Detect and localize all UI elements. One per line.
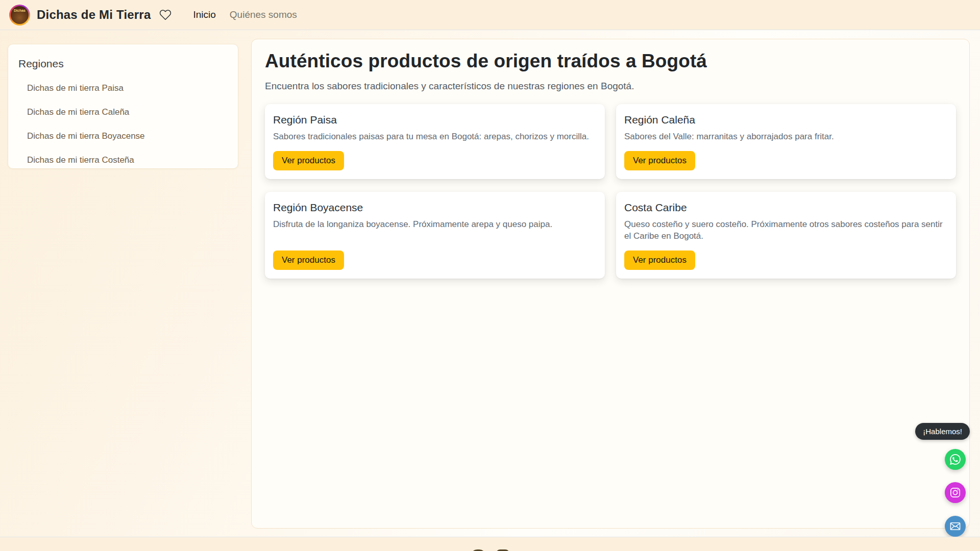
nav-link-inicio[interactable]: Inicio	[193, 9, 215, 20]
whatsapp-icon	[949, 453, 962, 466]
region-card-description: Sabores tradicionales paisas para tu mes…	[273, 131, 597, 143]
brand-title: Dichas de Mi Tierra	[37, 8, 151, 22]
sidebar-item-costena[interactable]: Dichas de mi tierra Costeña	[18, 155, 228, 165]
region-card-description: Sabores del Valle: marranitas y aborraja…	[624, 131, 948, 143]
region-card-title: Costa Caribe	[624, 202, 948, 214]
sidebar-item-calena[interactable]: Dichas de mi tierra Caleña	[18, 107, 228, 117]
sidebar-item-paisa[interactable]: Dichas de mi tierra Paisa	[18, 83, 228, 93]
header: Dichas Dichas de Mi Tierra Inicio Quiéne…	[0, 0, 980, 30]
footer	[0, 537, 980, 551]
instagram-icon	[949, 487, 961, 498]
region-card-boyacense: Región Boyacense Disfruta de la longaniz…	[265, 192, 605, 279]
nav-link-quienes-somos[interactable]: Quiénes somos	[230, 9, 297, 20]
ver-productos-paisa-button[interactable]: Ver productos	[273, 151, 344, 170]
region-card-calena: Región Caleña Sabores del Valle: marrani…	[616, 104, 956, 179]
spacer	[624, 242, 948, 251]
page-subtitle: Encuentra los sabores tradicionales y ca…	[265, 81, 956, 92]
brand-logo-text: Dichas	[14, 9, 26, 12]
instagram-button[interactable]	[945, 482, 966, 503]
region-cards-grid: Región Paisa Sabores tradicionales paisa…	[265, 104, 956, 279]
spacer	[273, 231, 597, 251]
brand-logo-image: Dichas	[11, 6, 29, 24]
region-card-title: Región Caleña	[624, 114, 948, 126]
whatsapp-button[interactable]	[945, 449, 966, 470]
main-panel: Auténticos productos de origen traídos a…	[251, 39, 970, 529]
brand-logo[interactable]: Dichas	[9, 5, 30, 26]
region-card-costa-caribe: Costa Caribe Queso costeño y suero coste…	[616, 192, 956, 279]
ver-productos-boyacense-button[interactable]: Ver productos	[273, 251, 344, 270]
sidebar-title: Regiones	[18, 58, 228, 70]
main-nav: Inicio Quiénes somos	[193, 9, 297, 20]
region-card-paisa: Región Paisa Sabores tradicionales paisa…	[265, 104, 605, 179]
page-title: Auténticos productos de origen traídos a…	[265, 51, 956, 72]
email-icon	[949, 520, 961, 532]
heart-icon[interactable]	[159, 9, 172, 21]
spacer	[273, 143, 597, 151]
ver-productos-costa-button[interactable]: Ver productos	[624, 251, 695, 270]
spacer	[624, 143, 948, 151]
ver-productos-calena-button[interactable]: Ver productos	[624, 151, 695, 170]
sidebar-item-boyacense[interactable]: Dichas de mi tierra Boyacense	[18, 131, 228, 141]
region-card-title: Región Boyacense	[273, 202, 597, 214]
region-card-title: Región Paisa	[273, 114, 597, 126]
region-card-description: Disfruta de la longaniza boyacense. Próx…	[273, 219, 597, 231]
region-card-description: Queso costeño y suero costeño. Próximame…	[624, 219, 948, 242]
hablemos-tooltip: ¡Hablemos!	[915, 423, 970, 440]
regions-sidebar: Regiones Dichas de mi tierra Paisa Dicha…	[8, 44, 238, 169]
email-button[interactable]	[945, 516, 966, 537]
